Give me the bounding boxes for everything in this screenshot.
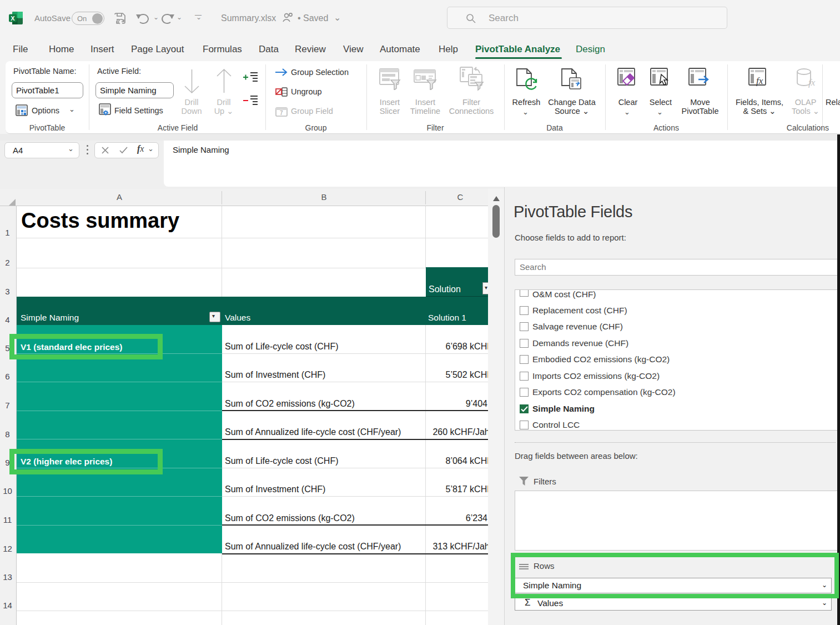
svg-text:fx: fx bbox=[808, 77, 816, 88]
svg-text:7: 7 bbox=[280, 110, 283, 116]
svg-text:X: X bbox=[11, 15, 15, 22]
svg-text:fx: fx bbox=[756, 76, 763, 86]
